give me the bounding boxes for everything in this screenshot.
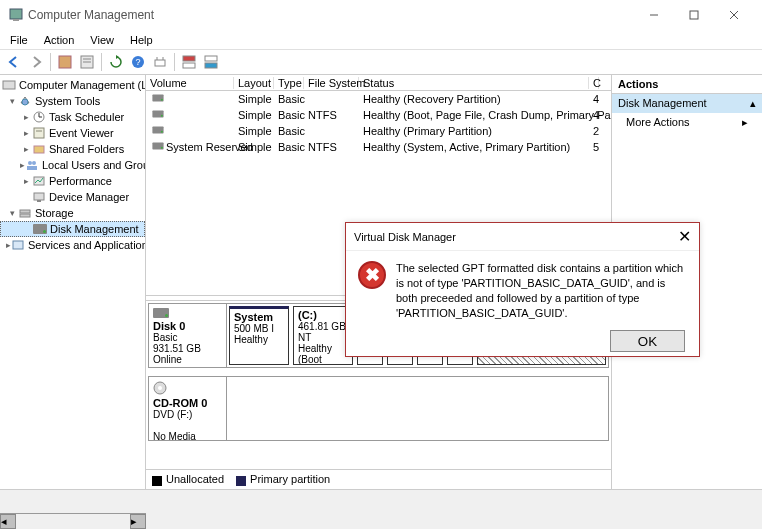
view-top-icon[interactable] bbox=[179, 52, 199, 72]
error-dialog: Virtual Disk Manager ✕ ✖ The selected GP… bbox=[345, 222, 700, 357]
caret-right-icon: ▸ bbox=[742, 116, 748, 129]
svg-point-26 bbox=[32, 161, 36, 165]
tree-diskmgmt[interactable]: Disk Management bbox=[0, 221, 145, 237]
partition-system[interactable]: System500 MB IHealthy bbox=[229, 306, 289, 365]
tree-task[interactable]: ▸Task Scheduler bbox=[0, 109, 145, 125]
volume-row[interactable]: SimpleBasicHealthy (Recovery Partition)4 bbox=[146, 91, 611, 107]
tree-users[interactable]: ▸Local Users and Groups bbox=[0, 157, 145, 173]
volume-header: Volume Layout Type File System Status C bbox=[146, 75, 611, 91]
actions-header: Actions bbox=[612, 75, 762, 94]
close-button[interactable] bbox=[714, 1, 754, 29]
svg-rect-33 bbox=[13, 241, 23, 249]
volume-row[interactable]: SimpleBasicHealthy (Primary Partition)2 bbox=[146, 123, 611, 139]
actions-diskmgmt[interactable]: Disk Management▴ bbox=[612, 94, 762, 113]
svg-rect-1 bbox=[13, 19, 19, 21]
scope-icon[interactable] bbox=[55, 52, 75, 72]
back-button[interactable] bbox=[4, 52, 24, 72]
svg-point-18 bbox=[22, 99, 28, 105]
svg-rect-22 bbox=[34, 128, 44, 138]
tree-pane: Computer Management (Local ▾System Tools… bbox=[0, 75, 146, 489]
cdrom-row[interactable]: CD-ROM 0 DVD (F:) No Media bbox=[148, 376, 609, 441]
svg-rect-17 bbox=[3, 81, 15, 89]
dialog-message: The selected GPT formatted disk contains… bbox=[396, 261, 687, 320]
app-icon bbox=[8, 7, 24, 23]
svg-text:?: ? bbox=[135, 57, 140, 67]
svg-rect-14 bbox=[183, 63, 195, 68]
col-c[interactable]: C bbox=[589, 77, 599, 89]
menu-view[interactable]: View bbox=[84, 33, 120, 47]
minimize-button[interactable] bbox=[634, 1, 674, 29]
properties-icon[interactable] bbox=[77, 52, 97, 72]
tree-systools[interactable]: ▾System Tools bbox=[0, 93, 145, 109]
tree-event[interactable]: ▸Event Viewer bbox=[0, 125, 145, 141]
status-bar: ◂▸ bbox=[0, 489, 762, 529]
svg-rect-27 bbox=[27, 166, 37, 170]
legend: Unallocated Primary partition bbox=[146, 469, 611, 489]
forward-button[interactable] bbox=[26, 52, 46, 72]
tree-shared[interactable]: ▸Shared Folders bbox=[0, 141, 145, 157]
volume-row[interactable]: System ReservedSimpleBasicNTFSHealthy (S… bbox=[146, 139, 611, 155]
svg-rect-29 bbox=[34, 193, 44, 200]
col-status[interactable]: Status bbox=[359, 77, 589, 89]
volume-row[interactable]: SimpleBasicNTFSHealthy (Boot, Page File,… bbox=[146, 107, 611, 123]
view-bottom-icon[interactable] bbox=[201, 52, 221, 72]
col-fs[interactable]: File System bbox=[304, 77, 359, 89]
toolbar: ? bbox=[0, 50, 762, 75]
svg-point-25 bbox=[28, 161, 32, 165]
actions-more[interactable]: More Actions▸ bbox=[612, 113, 762, 132]
tree-storage[interactable]: ▾Storage bbox=[0, 205, 145, 221]
svg-point-35 bbox=[158, 386, 162, 390]
maximize-button[interactable] bbox=[674, 1, 714, 29]
tree-services[interactable]: ▸Services and Applications bbox=[0, 237, 145, 253]
dialog-titlebar: Virtual Disk Manager ✕ bbox=[346, 223, 699, 251]
svg-rect-32 bbox=[20, 214, 30, 217]
disk-0-header: Disk 0 Basic 931.51 GB Online bbox=[149, 304, 227, 367]
svg-rect-30 bbox=[37, 200, 41, 202]
menu-file[interactable]: File bbox=[4, 33, 34, 47]
svg-rect-15 bbox=[205, 56, 217, 61]
svg-rect-24 bbox=[34, 146, 44, 153]
svg-rect-16 bbox=[205, 63, 217, 68]
error-icon: ✖ bbox=[358, 261, 386, 289]
refresh-icon[interactable] bbox=[106, 52, 126, 72]
svg-rect-13 bbox=[183, 56, 195, 61]
tree-perf[interactable]: ▸Performance bbox=[0, 173, 145, 189]
help-icon[interactable]: ? bbox=[128, 52, 148, 72]
svg-rect-3 bbox=[690, 11, 698, 19]
svg-rect-12 bbox=[155, 60, 165, 66]
svg-rect-0 bbox=[10, 9, 22, 19]
tree-root[interactable]: Computer Management (Local bbox=[0, 77, 145, 93]
col-volume[interactable]: Volume bbox=[146, 77, 234, 89]
col-type[interactable]: Type bbox=[274, 77, 304, 89]
dialog-close-button[interactable]: ✕ bbox=[678, 227, 691, 246]
cdrom-header: CD-ROM 0 DVD (F:) No Media bbox=[149, 377, 227, 440]
svg-rect-6 bbox=[59, 56, 71, 68]
tree-devmgr[interactable]: Device Manager bbox=[0, 189, 145, 205]
svg-rect-31 bbox=[20, 210, 30, 213]
partition-c[interactable]: (C:)461.81 GB NTHealthy (Boot bbox=[293, 306, 353, 365]
caret-up-icon: ▴ bbox=[750, 97, 756, 110]
dialog-title: Virtual Disk Manager bbox=[354, 231, 456, 243]
settings-icon[interactable] bbox=[150, 52, 170, 72]
col-layout[interactable]: Layout bbox=[234, 77, 274, 89]
menu-action[interactable]: Action bbox=[38, 33, 81, 47]
window-title: Computer Management bbox=[28, 8, 154, 22]
titlebar: Computer Management bbox=[0, 0, 762, 30]
ok-button[interactable]: OK bbox=[610, 330, 685, 352]
menu-help[interactable]: Help bbox=[124, 33, 159, 47]
menubar: File Action View Help bbox=[0, 30, 762, 50]
